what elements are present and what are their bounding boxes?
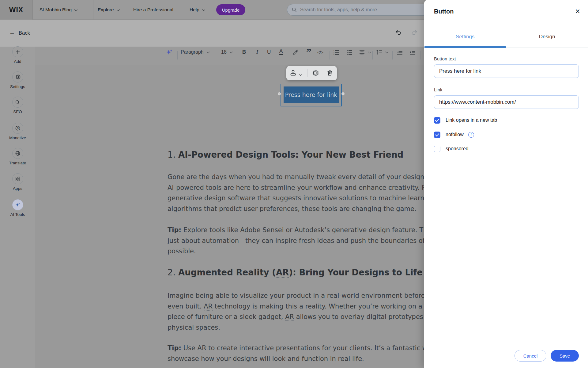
search-input[interactable] — [300, 7, 410, 13]
button-text-label: Button text — [434, 56, 456, 61]
checkbox-row-sponsored: sponsored — [434, 145, 469, 152]
tab-design[interactable]: Design — [506, 26, 588, 48]
canvas-button[interactable]: Press here for link — [284, 86, 339, 103]
resize-handle-right[interactable] — [341, 92, 345, 95]
align-dropdown[interactable] — [359, 48, 370, 56]
checkbox-checked[interactable] — [434, 132, 440, 138]
back-button[interactable]: ← Back — [9, 29, 30, 36]
top-bar: WIX SLMobbin Blog Explore Hire a Profess… — [0, 0, 424, 20]
undo-icon[interactable] — [395, 29, 402, 36]
sidebar-item-monetize[interactable]: $ Monetize — [0, 123, 35, 140]
panel-title: Button — [434, 8, 454, 15]
link-input[interactable] — [434, 95, 579, 109]
line-spacing-icon — [376, 49, 382, 55]
checkbox-label: Link opens in a new tab — [446, 117, 497, 123]
checkbox-row-nofollow: nofollow i — [434, 131, 474, 138]
sidebar-item-label: Translate — [9, 161, 26, 165]
tip-label: Tip: — [168, 226, 181, 234]
info-icon[interactable]: i — [468, 132, 474, 138]
toolbar-divider — [330, 51, 330, 59]
element-toolbar-divider — [322, 69, 322, 77]
sidebar-item-seo[interactable]: SEO — [0, 97, 35, 114]
blog-paragraph-2[interactable]: Imagine being able to visualize your pro… — [168, 290, 424, 333]
site-menu[interactable]: SLMobbin Blog — [40, 0, 77, 20]
numbered-list-icon[interactable]: 123 — [333, 48, 339, 56]
search-icon — [12, 97, 23, 108]
selected-button-element[interactable]: Press here for link — [281, 84, 342, 106]
paragraph-style-value: Paragraph — [181, 49, 204, 55]
hire-a-professional-link[interactable]: Hire a Professional — [133, 0, 173, 20]
button-text-input[interactable] — [434, 64, 579, 78]
toolbar-divider — [217, 51, 217, 59]
sidebar-item-apps[interactable]: Apps — [0, 173, 35, 191]
checkbox-checked[interactable] — [434, 117, 440, 124]
font-size-dropdown[interactable]: 18 — [221, 48, 232, 56]
tab-label: Settings — [456, 34, 474, 40]
search-bar[interactable] — [287, 4, 424, 16]
highlight-icon[interactable] — [292, 48, 298, 56]
help-menu[interactable]: Help — [190, 0, 204, 20]
toolbar-divider — [238, 51, 238, 59]
heading-number: 1. — [168, 150, 175, 159]
close-icon[interactable]: × — [575, 7, 580, 16]
sidebar-item-label: AI Tools — [10, 212, 25, 217]
ai-sparkle-icon[interactable] — [165, 48, 173, 56]
redo-icon[interactable] — [411, 29, 418, 36]
paragraph-style-dropdown[interactable]: Paragraph — [181, 48, 209, 56]
underline-icon[interactable]: U — [267, 48, 271, 56]
text-color-icon[interactable]: A — [279, 48, 283, 55]
heading-text: AI-Powered Design Tools: Your New Best F… — [178, 150, 403, 159]
cancel-button[interactable]: Cancel — [514, 350, 546, 362]
globe-icon — [12, 148, 23, 159]
toolbar-divider — [420, 51, 420, 59]
explore-label: Explore — [98, 7, 114, 13]
blog-tip-2[interactable]: Tip: Use AR to create interactive presen… — [168, 343, 424, 364]
editor-stage: WIX SLMobbin Blog Explore Hire a Profess… — [0, 0, 424, 368]
blog-heading-2[interactable]: 2. Augmented Reality (AR): Bring Your De… — [168, 266, 423, 278]
sidebar-item-ai-tools[interactable]: AI Tools — [0, 199, 35, 217]
panel-footer: Cancel Save — [424, 341, 588, 368]
quote-icon[interactable]: ” — [306, 48, 311, 56]
plus-icon — [12, 46, 23, 57]
back-arrow-icon: ← — [9, 29, 15, 36]
blog-paragraph-1[interactable]: Gone are the days when you had to manual… — [168, 172, 424, 214]
wix-logo[interactable]: WIX — [0, 0, 33, 20]
sidebar-item-add[interactable]: Add — [0, 46, 35, 64]
topbar-divider — [93, 0, 93, 20]
gear-icon — [12, 71, 23, 82]
site-menu-label: SLMobbin Blog — [40, 7, 72, 13]
line-spacing-dropdown[interactable] — [376, 48, 387, 56]
outdent-icon[interactable] — [396, 48, 403, 56]
upgrade-button[interactable]: Upgrade — [216, 4, 245, 15]
save-button[interactable]: Save — [551, 350, 579, 362]
italic-icon[interactable]: I — [256, 48, 258, 56]
secondary-bar: ← Back — [0, 20, 424, 47]
toolbar-divider — [302, 51, 302, 59]
checkbox-label: nofollow — [446, 132, 464, 137]
search-icon — [292, 7, 297, 13]
ai-sparkle-icon — [12, 199, 23, 210]
panel-header: Button × — [424, 0, 588, 25]
settings-gear-icon[interactable] — [311, 69, 319, 77]
bold-icon[interactable]: B — [242, 48, 246, 56]
blog-tip-1[interactable]: Tip: Explore tools like Adobe Sensei or … — [168, 225, 424, 257]
bullet-list-icon[interactable] — [346, 48, 353, 56]
code-icon[interactable]: </> — [317, 48, 323, 56]
chevron-down-icon[interactable] — [299, 71, 301, 77]
trash-icon[interactable] — [326, 69, 334, 77]
resize-handle-left[interactable] — [278, 92, 281, 95]
hire-label: Hire a Professional — [133, 7, 173, 13]
paragraph-line: piece of furniture or a sleek gadget, AR… — [168, 312, 424, 322]
sidebar-item-translate[interactable]: Translate — [0, 148, 35, 165]
checkbox-unchecked[interactable] — [434, 146, 440, 152]
blog-heading-1[interactable]: 1. AI-Powered Design Tools: Your New Bes… — [168, 148, 403, 161]
sidebar-item-label: SEO — [13, 109, 22, 114]
align-element-icon[interactable] — [289, 69, 297, 77]
paragraph-line: possible. — [168, 246, 424, 257]
tab-settings[interactable]: Settings — [424, 26, 506, 48]
explore-menu[interactable]: Explore — [98, 0, 119, 20]
sidebar-item-settings[interactable]: Settings — [0, 71, 35, 89]
heading-number: 2. — [168, 267, 175, 277]
indent-icon[interactable] — [409, 48, 416, 56]
back-label: Back — [19, 30, 30, 36]
